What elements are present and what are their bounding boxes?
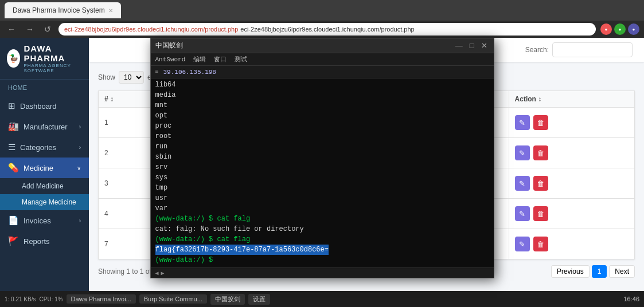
- browser-tab[interactable]: Dawa Pharma Invoice System ✕: [5, 2, 121, 18]
- sidebar-item-categories[interactable]: ☰ Categories ›: [0, 137, 89, 158]
- terminal-line: var: [155, 203, 489, 214]
- taskbar-stats1: 1: 0.21 KB/s: [5, 296, 36, 302]
- categories-icon: ☰: [8, 142, 15, 152]
- tab-close-icon[interactable]: ✕: [108, 7, 113, 14]
- taskbar: 1: 0.21 KB/s CPU: 1% Dawa Pharma Invoi..…: [0, 291, 644, 307]
- sidebar-item-reports[interactable]: 🚩 Reports: [0, 231, 89, 251]
- terminal-bottombar: ◀ ▶: [151, 267, 494, 278]
- page-1-button[interactable]: 1: [592, 265, 607, 278]
- cell-num: 4: [99, 199, 155, 229]
- terminal-minimize-button[interactable]: —: [454, 41, 465, 50]
- terminal-line: cat: falg: No such file or directory: [155, 224, 489, 234]
- terminal-line: srv: [155, 162, 489, 172]
- url-text: eci-2ze48bjbojzu6ipdr9es.cloudeci1.ichun…: [64, 26, 238, 33]
- edit-button[interactable]: ✎: [515, 237, 530, 251]
- cell-num: 1: [99, 108, 155, 138]
- terminal-menu-window[interactable]: 窗口: [214, 55, 227, 64]
- terminal-line: usr: [155, 193, 489, 203]
- terminal-close-button[interactable]: ✕: [479, 41, 489, 50]
- terminal-line: proc: [155, 121, 489, 131]
- logo-title: DAWA PHARMA: [24, 44, 82, 63]
- sidebar-sub-manage-medicine[interactable]: Manage Medicine: [0, 194, 89, 210]
- taskbar-app-antsword[interactable]: 中国蚁剑: [210, 294, 245, 305]
- terminal-window[interactable]: 中国蚁剑 — □ ✕ AntSword 编辑 窗口 测试 ≡ 39.106.13…: [150, 38, 494, 278]
- terminal-scroll-right-icon[interactable]: ▶: [161, 270, 165, 277]
- terminal-line: run: [155, 141, 489, 152]
- sort-action-icon: ↕: [538, 95, 541, 103]
- browser-chrome: Dawa Pharma Invoice System ✕: [0, 0, 644, 21]
- sidebar-sub-add-medicine[interactable]: Add Medicine: [0, 178, 89, 194]
- manage-medicine-label: Manage Medicine: [22, 198, 76, 206]
- sidebar-item-label-dashboard: Dashboard: [20, 102, 57, 111]
- prev-page-button[interactable]: Previous: [551, 265, 590, 278]
- nav-forward-button[interactable]: →: [23, 23, 37, 35]
- terminal-line: opt: [155, 111, 489, 121]
- add-medicine-label: Add Medicine: [22, 182, 64, 190]
- terminal-titlebar: 中国蚁剑 — □ ✕: [151, 38, 494, 53]
- sidebar-item-medicine[interactable]: 💊 Medicine ∨: [0, 158, 89, 178]
- url-bar[interactable]: eci-2ze48bjbojzu6ipdr9es.cloudeci1.ichun…: [58, 23, 596, 36]
- chevron-invoices-icon: ›: [79, 218, 81, 224]
- reports-icon: 🚩: [8, 236, 19, 246]
- search-box: Search:: [525, 42, 633, 57]
- delete-button[interactable]: 🗑: [533, 176, 548, 191]
- search-label: Search:: [525, 46, 549, 54]
- cell-actions: ✎ 🗑: [509, 138, 634, 168]
- cell-num: 7: [99, 229, 155, 259]
- entries-select[interactable]: 10 25 50: [119, 71, 144, 84]
- tab-title: Dawa Pharma Invoice System: [13, 6, 105, 14]
- taskbar-app-burp[interactable]: Burp Suite Commu...: [139, 294, 207, 304]
- terminal-line: media: [155, 90, 489, 100]
- cell-actions: ✎ 🗑: [509, 229, 634, 259]
- browser-icon-3: ●: [628, 23, 639, 35]
- nav-reload-button[interactable]: ↺: [41, 23, 54, 35]
- delete-button[interactable]: 🗑: [533, 237, 548, 251]
- chevron-categories-icon: ›: [79, 144, 81, 151]
- terminal-menubar: AntSword 编辑 窗口 测试: [151, 53, 494, 66]
- nav-back-button[interactable]: ←: [5, 23, 18, 35]
- medicine-icon: 💊: [8, 163, 19, 173]
- taskbar-clock: 16:46: [623, 296, 639, 302]
- terminal-menu-antsword[interactable]: AntSword: [155, 56, 186, 63]
- terminal-line: flag{fa32617b-8293-417e-87a7-1a563c0d8c6…: [155, 245, 489, 255]
- terminal-menu-edit[interactable]: 编辑: [193, 55, 206, 64]
- next-page-button[interactable]: Next: [609, 265, 635, 278]
- terminal-line: (www-data:/) $ cat falg: [155, 214, 489, 224]
- delete-button[interactable]: 🗑: [533, 206, 548, 221]
- sidebar-item-manufacturer[interactable]: 🏭 Manufacturer ›: [0, 116, 89, 137]
- sort-num-icon: ↕: [110, 95, 114, 103]
- edit-button[interactable]: ✎: [515, 145, 530, 160]
- delete-button[interactable]: 🗑: [533, 145, 548, 160]
- taskbar-settings[interactable]: 设置: [248, 294, 270, 305]
- terminal-window-buttons: — □ ✕: [454, 41, 489, 50]
- terminal-line: lib64: [155, 80, 489, 90]
- terminal-line: (www-data:/) $: [155, 255, 489, 265]
- chevron-manufacturer-icon: ›: [79, 124, 81, 130]
- sidebar-item-invoices[interactable]: 📄 Invoices ›: [0, 210, 89, 231]
- terminal-address: 39.106.135.198: [163, 69, 216, 76]
- sidebar-logo: 🦆 DAWA PHARMA PHARMA AGENCY SOFTWARE: [0, 38, 89, 80]
- terminal-scroll-left-icon[interactable]: ◀: [155, 270, 159, 277]
- terminal-line: sys: [155, 172, 489, 183]
- terminal-line: mnt: [155, 100, 489, 111]
- sidebar-home-label: HOME: [0, 80, 89, 96]
- terminal-addressbar: ≡ 39.106.135.198: [151, 66, 494, 78]
- delete-button[interactable]: 🗑: [533, 115, 548, 130]
- cell-num: 2: [99, 138, 155, 168]
- edit-button[interactable]: ✎: [515, 115, 530, 130]
- dashboard-icon: ⊞: [8, 101, 15, 111]
- terminal-line: tmp: [155, 183, 489, 193]
- terminal-maximize-button[interactable]: □: [468, 41, 476, 50]
- search-input[interactable]: [552, 42, 633, 57]
- col-action[interactable]: Action ↕: [509, 91, 634, 108]
- sidebar-item-label-invoices: Invoices: [24, 217, 51, 225]
- manufacturer-icon: 🏭: [8, 121, 19, 132]
- edit-button[interactable]: ✎: [515, 176, 530, 191]
- col-num[interactable]: # ↕: [99, 91, 155, 108]
- terminal-menu-test[interactable]: 测试: [235, 55, 247, 64]
- invoices-icon: 📄: [8, 215, 19, 226]
- taskbar-app-dawa[interactable]: Dawa Pharma Invoi...: [67, 294, 136, 304]
- chevron-medicine-icon: ∨: [77, 165, 81, 171]
- sidebar-item-dashboard[interactable]: ⊞ Dashboard: [0, 96, 89, 116]
- edit-button[interactable]: ✎: [515, 206, 530, 221]
